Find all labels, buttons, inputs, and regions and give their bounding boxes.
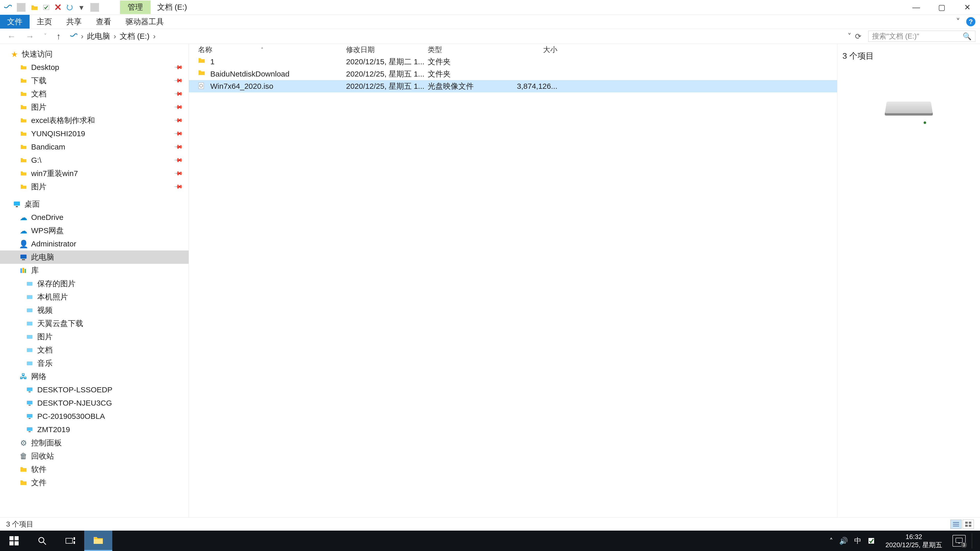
pc-icon xyxy=(70,33,77,39)
view-details-button[interactable] xyxy=(950,519,962,529)
folder-icon xyxy=(19,90,27,98)
sidebar-files[interactable]: 文件 xyxy=(0,476,189,489)
file-row[interactable]: Win7x64_2020.iso 2020/12/25, 星期五 1... 光盘… xyxy=(189,80,837,92)
sidebar-network-pc[interactable]: PC-20190530OBLA xyxy=(0,410,189,423)
breadcrumb-segment[interactable]: 文档 (E:) xyxy=(120,31,150,41)
ribbon-drivetools-tab[interactable]: 驱动器工具 xyxy=(118,15,171,29)
ribbon-file-tab[interactable]: 文件 xyxy=(0,15,30,29)
svg-rect-2 xyxy=(16,206,18,207)
sidebar-control-panel[interactable]: ⚙ 控制面板 xyxy=(0,436,189,449)
ribbon-share-tab[interactable]: 共享 xyxy=(59,15,89,29)
sidebar-library-item[interactable]: 音乐 xyxy=(0,357,189,370)
sidebar-onedrive[interactable]: ☁ OneDrive xyxy=(0,211,189,224)
task-view-button[interactable] xyxy=(56,530,84,551)
file-explorer-taskbar[interactable] xyxy=(84,530,112,551)
sidebar-item[interactable]: Desktop📌 xyxy=(0,61,189,74)
sidebar-item[interactable]: G:\📌 xyxy=(0,154,189,167)
start-button[interactable] xyxy=(0,530,28,551)
undo-icon[interactable] xyxy=(65,3,74,12)
separator xyxy=(17,3,25,12)
sidebar-network-pc[interactable]: DESKTOP-NJEU3CG xyxy=(0,396,189,410)
column-type[interactable]: 类型 xyxy=(428,45,496,55)
help-icon[interactable]: ? xyxy=(966,17,975,26)
sidebar-tree[interactable]: ★ 快速访问 Desktop📌下载📌文档📌图片📌excel表格制作求和📌YUNQ… xyxy=(0,44,189,517)
sidebar-item[interactable]: Bandicam📌 xyxy=(0,140,189,154)
sidebar-library-item[interactable]: 本机照片 xyxy=(0,290,189,303)
management-tab[interactable]: 管理 xyxy=(120,0,151,14)
sidebar-administrator[interactable]: 👤 Administrator xyxy=(0,237,189,251)
folder-icon[interactable] xyxy=(30,3,39,12)
sidebar-recycle-bin[interactable]: 🗑 回收站 xyxy=(0,449,189,463)
security-icon[interactable] xyxy=(867,537,875,545)
file-row[interactable]: 1 2020/12/15, 星期二 1... 文件夹 xyxy=(189,56,837,68)
maximize-button[interactable]: ▢ xyxy=(929,0,955,14)
ime-indicator[interactable]: 中 xyxy=(854,536,861,546)
sidebar-network-pc[interactable]: DESKTOP-LSSOEDP xyxy=(0,383,189,396)
up-button[interactable]: ↑ xyxy=(54,32,63,41)
check-icon[interactable] xyxy=(42,3,51,12)
column-date[interactable]: 修改日期 xyxy=(346,45,428,55)
dropdown-icon[interactable]: ▾ xyxy=(77,3,86,12)
sidebar-desktop[interactable]: 桌面 xyxy=(0,197,189,211)
search-input[interactable]: 搜索"文档 (E:)" 🔍 xyxy=(868,30,975,42)
network-icon: 🖧 xyxy=(19,372,27,381)
close-x-icon[interactable]: ✕ xyxy=(54,3,62,12)
sidebar-item[interactable]: 下载📌 xyxy=(0,74,189,87)
file-name: Win7x64_2020.iso xyxy=(210,82,273,91)
breadcrumb-dropdown-icon[interactable]: ˅ xyxy=(848,32,851,41)
sidebar-label: 文档 xyxy=(37,345,52,355)
chevron-right-icon[interactable]: › xyxy=(114,32,116,41)
minimize-button[interactable]: — xyxy=(904,0,929,14)
sidebar-quick-access[interactable]: ★ 快速访问 xyxy=(0,48,189,61)
sidebar-library-item[interactable]: 保存的图片 xyxy=(0,277,189,290)
search-button[interactable] xyxy=(28,530,56,551)
ribbon-home-tab[interactable]: 主页 xyxy=(30,15,59,29)
sidebar-item[interactable]: win7重装win7📌 xyxy=(0,167,189,180)
sidebar-library-item[interactable]: 图片 xyxy=(0,330,189,343)
sidebar-wps[interactable]: ☁ WPS网盘 xyxy=(0,224,189,237)
ribbon-expand-icon[interactable]: ˅ xyxy=(956,17,960,27)
sidebar-label: 视频 xyxy=(37,305,52,316)
sidebar-label: Bandicam xyxy=(31,143,65,151)
column-headers[interactable]: 名称 ˄ 修改日期 类型 大小 xyxy=(189,44,837,56)
sidebar-item[interactable]: 图片📌 xyxy=(0,100,189,114)
back-button[interactable]: ← xyxy=(5,32,18,41)
sidebar-library-item[interactable]: 天翼云盘下载 xyxy=(0,317,189,330)
refresh-icon[interactable]: ⟳ xyxy=(855,32,861,41)
sidebar-library[interactable]: 库 xyxy=(0,264,189,277)
breadcrumb-segment[interactable]: 此电脑 xyxy=(87,31,110,41)
pin-icon: 📌 xyxy=(174,89,183,98)
sidebar-item[interactable]: excel表格制作求和📌 xyxy=(0,114,189,127)
ribbon-view-tab[interactable]: 查看 xyxy=(89,15,118,29)
sidebar-network[interactable]: 🖧 网络 xyxy=(0,370,189,383)
sidebar-item[interactable]: 图片📌 xyxy=(0,180,189,193)
volume-icon[interactable]: 🔊 xyxy=(839,537,848,545)
sidebar-software[interactable]: 软件 xyxy=(0,463,189,476)
desktop-icon xyxy=(13,200,21,208)
sidebar-item[interactable]: 文档📌 xyxy=(0,87,189,100)
sidebar-label: 库 xyxy=(31,265,39,276)
sidebar-library-item[interactable]: 视频 xyxy=(0,303,189,317)
breadcrumb[interactable]: › 此电脑 › 文档 (E:) › ˅ ⟳ xyxy=(68,29,864,43)
svg-rect-11 xyxy=(27,322,32,326)
action-center-icon[interactable]: 3 xyxy=(953,535,966,547)
tray-overflow-icon[interactable]: ˄ xyxy=(829,537,833,545)
close-button[interactable]: ✕ xyxy=(955,0,980,14)
search-icon[interactable]: 🔍 xyxy=(963,32,972,41)
column-name[interactable]: 名称 xyxy=(198,45,212,55)
recent-dropdown[interactable]: ˅ xyxy=(41,33,49,40)
forward-button[interactable]: → xyxy=(23,32,37,41)
clock[interactable]: 16:32 2020/12/25, 星期五 xyxy=(881,533,946,549)
file-row[interactable]: BaiduNetdiskDownload 2020/12/25, 星期五 1..… xyxy=(189,68,837,80)
column-size[interactable]: 大小 xyxy=(496,45,563,55)
show-desktop-button[interactable] xyxy=(972,533,975,548)
chevron-right-icon[interactable]: › xyxy=(81,32,83,41)
sidebar-library-item[interactable]: 文档 xyxy=(0,343,189,357)
chevron-right-icon[interactable]: › xyxy=(153,32,156,41)
pc-icon xyxy=(25,399,34,407)
folder-icon xyxy=(19,63,27,71)
view-icons-button[interactable] xyxy=(963,519,974,529)
sidebar-network-pc[interactable]: ZMT2019 xyxy=(0,423,189,436)
sidebar-item[interactable]: YUNQISHI2019📌 xyxy=(0,127,189,140)
sidebar-this-pc[interactable]: 此电脑 xyxy=(0,251,189,264)
